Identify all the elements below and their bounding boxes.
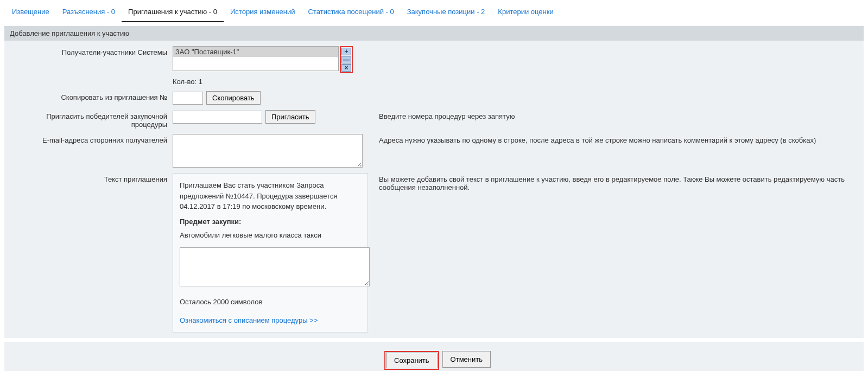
label-email-recipients: E-mail-адреса сторонних получателей: [10, 134, 173, 144]
cancel-button[interactable]: Отменить: [442, 351, 491, 368]
hint-procedure-numbers: Введите номера процедур через запятую: [368, 110, 858, 120]
procedure-description-link[interactable]: Ознакомиться с описанием процедуры >>: [180, 315, 318, 326]
list-item[interactable]: ЗАО "Поставщик-1": [173, 47, 338, 57]
form-area: Получатели-участники Системы ЗАО "Постав…: [4, 41, 864, 338]
tab-invitations[interactable]: Приглашения к участию - 0: [122, 4, 224, 22]
invite-button[interactable]: Пригласить: [265, 110, 315, 124]
invitation-subject-label: Предмет закупки:: [180, 216, 361, 227]
hint-invitation-text: Вы можете добавить свой текст в приглаше…: [368, 173, 858, 191]
tabs: Извещение Разъяснения - 0 Приглашения к …: [0, 0, 868, 23]
tab-criteria[interactable]: Критерии оценки: [491, 4, 560, 22]
copy-from-input[interactable]: [173, 92, 203, 105]
copy-button[interactable]: Скопировать: [206, 91, 261, 105]
invitation-subject-value: Автомобили легковые малого класса такси: [180, 230, 361, 241]
label-copy-from: Скопировать из приглашения №: [10, 91, 173, 101]
invitation-body: Приглашаем Вас стать участником Запроса …: [180, 180, 361, 212]
tab-history[interactable]: История изменений: [224, 4, 302, 22]
label-recipients: Получатели-участники Системы: [10, 46, 173, 56]
tab-stats[interactable]: Статистика посещений - 0: [302, 4, 401, 22]
action-row: Сохранить Отменить: [4, 342, 864, 371]
save-button-highlight: Сохранить: [384, 351, 439, 370]
plus-icon[interactable]: +: [341, 48, 351, 55]
save-button[interactable]: Сохранить: [386, 353, 438, 368]
label-invite-winners: Пригласить победителей закупочной процед…: [10, 110, 173, 129]
tab-notice[interactable]: Извещение: [5, 4, 56, 22]
invite-winners-input[interactable]: [173, 111, 262, 124]
chars-remaining: Осталось 2000 символов: [180, 297, 361, 308]
minus-icon[interactable]: —: [341, 56, 351, 63]
invitation-preview: Приглашаем Вас стать участником Запроса …: [173, 173, 368, 332]
invitation-textarea[interactable]: [180, 247, 370, 286]
panel-title: Добавление приглашения к участию: [4, 26, 864, 41]
email-recipients-textarea[interactable]: [173, 134, 363, 168]
tab-positions[interactable]: Закупочные позиции - 2: [401, 4, 492, 22]
tab-clarifications[interactable]: Разъяснения - 0: [56, 4, 122, 22]
recipients-count: Кол-во: 1: [173, 78, 368, 86]
hint-email-format: Адреса нужно указывать по одному в строк…: [368, 134, 858, 144]
label-invitation-text: Текст приглашения: [10, 173, 173, 183]
recipients-listbox[interactable]: ЗАО "Поставщик-1": [173, 46, 339, 71]
close-icon[interactable]: ×: [341, 64, 351, 72]
recipient-buttons: + — ×: [340, 46, 353, 73]
